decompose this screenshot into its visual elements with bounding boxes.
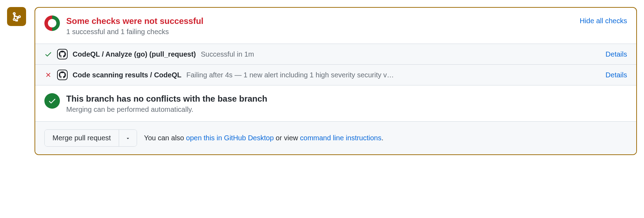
merge-pull-request-button[interactable]: Merge pull request bbox=[45, 130, 119, 146]
checks-header: Some checks were not successful 1 succes… bbox=[35, 8, 636, 44]
merge-button-group: Merge pull request bbox=[44, 129, 137, 147]
checks-list: CodeQL / Analyze (go) (pull_request) Suc… bbox=[35, 44, 636, 85]
check-details-link[interactable]: Details bbox=[606, 50, 627, 58]
check-details-link[interactable]: Details bbox=[606, 71, 627, 79]
timeline-badge bbox=[7, 7, 26, 26]
check-message: Successful in 1m bbox=[201, 50, 601, 58]
github-avatar-icon bbox=[57, 70, 68, 80]
check-name: CodeQL / Analyze (go) (pull_request) bbox=[73, 50, 196, 58]
footer-text: You can also open this in GitHub Desktop… bbox=[144, 134, 384, 142]
checks-donut-icon bbox=[44, 15, 60, 31]
checks-title: Some checks were not successful bbox=[66, 15, 573, 26]
merge-dropdown-button[interactable] bbox=[119, 130, 137, 146]
merge-status-subtitle: Merging can be performed automatically. bbox=[66, 105, 627, 114]
merge-status-text: This branch has no conflicts with the ba… bbox=[66, 93, 627, 114]
github-avatar-icon bbox=[57, 49, 68, 59]
check-failure-icon bbox=[44, 71, 52, 79]
footer-text-suffix: . bbox=[382, 134, 384, 142]
check-message: Failing after 4s — 1 new alert including… bbox=[186, 71, 601, 79]
checks-header-text: Some checks were not successful 1 succes… bbox=[66, 15, 573, 36]
check-row: CodeQL / Analyze (go) (pull_request) Suc… bbox=[35, 44, 636, 65]
hide-all-checks-link[interactable]: Hide all checks bbox=[580, 17, 627, 25]
footer-text-prefix: You can also bbox=[144, 134, 186, 142]
checks-subtitle: 1 successful and 1 failing checks bbox=[66, 28, 573, 36]
merge-status-title: This branch has no conflicts with the ba… bbox=[66, 93, 627, 104]
merge-panel: Some checks were not successful 1 succes… bbox=[35, 7, 637, 155]
open-github-desktop-link[interactable]: open this in GitHub Desktop bbox=[186, 134, 274, 142]
footer-text-middle: or view bbox=[274, 134, 300, 142]
check-name: Code scanning results / CodeQL bbox=[73, 71, 181, 79]
check-success-icon bbox=[44, 50, 52, 58]
merge-footer: Merge pull request You can also open thi… bbox=[35, 122, 636, 154]
success-check-icon bbox=[44, 93, 60, 109]
check-row: Code scanning results / CodeQL Failing a… bbox=[35, 65, 636, 85]
panel-arrow bbox=[35, 14, 35, 23]
git-merge-icon bbox=[12, 12, 21, 21]
merge-status-section: This branch has no conflicts with the ba… bbox=[35, 85, 636, 122]
command-line-instructions-link[interactable]: command line instructions bbox=[300, 134, 382, 142]
triangle-down-icon bbox=[125, 136, 130, 141]
